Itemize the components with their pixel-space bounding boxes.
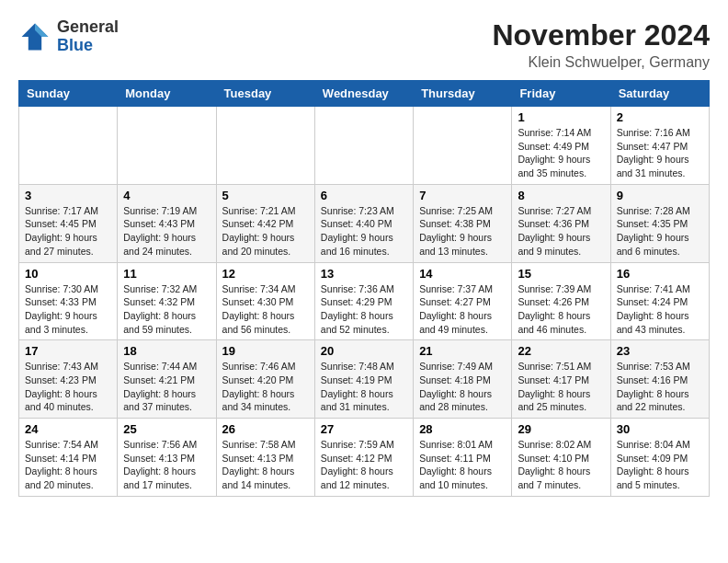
day-number: 4 — [123, 189, 210, 202]
table-row: 30Sunrise: 8:04 AM Sunset: 4:09 PM Dayli… — [610, 419, 709, 497]
table-row: 1Sunrise: 7:14 AM Sunset: 4:49 PM Daylig… — [512, 107, 610, 185]
header-saturday: Saturday — [610, 81, 709, 107]
table-row: 6Sunrise: 7:23 AM Sunset: 4:40 PM Daylig… — [314, 184, 413, 262]
day-number: 14 — [419, 267, 506, 281]
day-number: 13 — [321, 267, 407, 281]
logo: General Blue — [18, 18, 119, 55]
day-detail: Sunrise: 7:17 AM Sunset: 4:45 PM Dayligh… — [25, 204, 111, 259]
table-row: 15Sunrise: 7:39 AM Sunset: 4:26 PM Dayli… — [512, 262, 610, 340]
day-number: 30 — [617, 422, 703, 436]
calendar-header-row: Sunday Monday Tuesday Wednesday Thursday… — [19, 81, 710, 107]
table-row: 7Sunrise: 7:25 AM Sunset: 4:38 PM Daylig… — [414, 184, 512, 262]
day-number: 23 — [617, 344, 703, 358]
day-detail: Sunrise: 8:04 AM Sunset: 4:09 PM Dayligh… — [617, 438, 703, 492]
calendar-week-3: 10Sunrise: 7:30 AM Sunset: 4:33 PM Dayli… — [19, 262, 710, 340]
table-row: 10Sunrise: 7:30 AM Sunset: 4:33 PM Dayli… — [19, 262, 118, 340]
day-detail: Sunrise: 7:28 AM Sunset: 4:35 PM Dayligh… — [617, 204, 703, 259]
day-detail: Sunrise: 7:16 AM Sunset: 4:47 PM Dayligh… — [617, 126, 703, 180]
day-detail: Sunrise: 7:39 AM Sunset: 4:26 PM Dayligh… — [518, 282, 604, 337]
location: Klein Schwuelper, Germany — [492, 54, 710, 71]
table-row: 14Sunrise: 7:37 AM Sunset: 4:27 PM Dayli… — [414, 262, 512, 340]
day-number: 3 — [25, 189, 111, 202]
day-detail: Sunrise: 7:21 AM Sunset: 4:42 PM Dayligh… — [222, 204, 309, 259]
table-row: 3Sunrise: 7:17 AM Sunset: 4:45 PM Daylig… — [19, 184, 118, 262]
day-detail: Sunrise: 7:58 AM Sunset: 4:13 PM Dayligh… — [222, 438, 309, 492]
month-title: November 2024 — [492, 18, 710, 52]
calendar-week-5: 24Sunrise: 7:54 AM Sunset: 4:14 PM Dayli… — [19, 419, 710, 497]
day-detail: Sunrise: 7:37 AM Sunset: 4:27 PM Dayligh… — [419, 282, 506, 337]
header-thursday: Thursday — [414, 81, 512, 107]
table-row: 5Sunrise: 7:21 AM Sunset: 4:42 PM Daylig… — [216, 184, 314, 262]
table-row: 8Sunrise: 7:27 AM Sunset: 4:36 PM Daylig… — [512, 184, 610, 262]
day-number: 24 — [25, 422, 111, 436]
table-row — [118, 107, 216, 185]
day-detail: Sunrise: 7:41 AM Sunset: 4:24 PM Dayligh… — [617, 282, 703, 337]
table-row: 4Sunrise: 7:19 AM Sunset: 4:43 PM Daylig… — [118, 184, 216, 262]
table-row — [314, 107, 413, 185]
table-row: 12Sunrise: 7:34 AM Sunset: 4:30 PM Dayli… — [216, 262, 314, 340]
day-detail: Sunrise: 7:32 AM Sunset: 4:32 PM Dayligh… — [123, 282, 210, 337]
table-row: 24Sunrise: 7:54 AM Sunset: 4:14 PM Dayli… — [19, 419, 118, 497]
day-number: 6 — [321, 189, 407, 202]
table-row: 13Sunrise: 7:36 AM Sunset: 4:29 PM Dayli… — [314, 262, 413, 340]
table-row: 20Sunrise: 7:48 AM Sunset: 4:19 PM Dayli… — [314, 340, 413, 419]
day-detail: Sunrise: 7:51 AM Sunset: 4:17 PM Dayligh… — [518, 360, 604, 414]
header: General Blue November 2024 Klein Schwuel… — [18, 18, 710, 71]
day-detail: Sunrise: 7:23 AM Sunset: 4:40 PM Dayligh… — [321, 204, 407, 259]
day-detail: Sunrise: 7:53 AM Sunset: 4:16 PM Dayligh… — [617, 360, 703, 414]
table-row: 16Sunrise: 7:41 AM Sunset: 4:24 PM Dayli… — [610, 262, 709, 340]
day-number: 29 — [518, 422, 604, 436]
day-number: 19 — [222, 344, 309, 358]
calendar-week-2: 3Sunrise: 7:17 AM Sunset: 4:45 PM Daylig… — [19, 184, 710, 262]
table-row — [19, 107, 118, 185]
calendar-week-1: 1Sunrise: 7:14 AM Sunset: 4:49 PM Daylig… — [19, 107, 710, 185]
day-detail: Sunrise: 7:14 AM Sunset: 4:49 PM Dayligh… — [518, 126, 604, 180]
day-number: 27 — [321, 422, 407, 436]
day-detail: Sunrise: 7:44 AM Sunset: 4:21 PM Dayligh… — [123, 360, 210, 414]
day-number: 21 — [419, 344, 506, 358]
day-number: 20 — [321, 344, 407, 358]
day-number: 7 — [419, 189, 506, 202]
table-row: 9Sunrise: 7:28 AM Sunset: 4:35 PM Daylig… — [610, 184, 709, 262]
day-number: 26 — [222, 422, 309, 436]
day-number: 2 — [617, 110, 703, 124]
day-detail: Sunrise: 7:59 AM Sunset: 4:12 PM Dayligh… — [321, 438, 407, 492]
table-row: 29Sunrise: 8:02 AM Sunset: 4:10 PM Dayli… — [512, 419, 610, 497]
logo-text: General Blue — [57, 18, 119, 55]
table-row: 25Sunrise: 7:56 AM Sunset: 4:13 PM Dayli… — [118, 419, 216, 497]
table-row: 2Sunrise: 7:16 AM Sunset: 4:47 PM Daylig… — [610, 107, 709, 185]
day-number: 17 — [25, 344, 111, 358]
table-row: 22Sunrise: 7:51 AM Sunset: 4:17 PM Dayli… — [512, 340, 610, 419]
header-friday: Friday — [512, 81, 610, 107]
calendar-week-4: 17Sunrise: 7:43 AM Sunset: 4:23 PM Dayli… — [19, 340, 710, 419]
day-number: 5 — [222, 189, 309, 202]
day-number: 22 — [518, 344, 604, 358]
day-detail: Sunrise: 7:27 AM Sunset: 4:36 PM Dayligh… — [518, 204, 604, 259]
day-detail: Sunrise: 7:25 AM Sunset: 4:38 PM Dayligh… — [419, 204, 506, 259]
table-row: 17Sunrise: 7:43 AM Sunset: 4:23 PM Dayli… — [19, 340, 118, 419]
day-detail: Sunrise: 7:30 AM Sunset: 4:33 PM Dayligh… — [25, 282, 111, 337]
day-detail: Sunrise: 7:54 AM Sunset: 4:14 PM Dayligh… — [25, 438, 111, 492]
table-row: 26Sunrise: 7:58 AM Sunset: 4:13 PM Dayli… — [216, 419, 314, 497]
logo-icon — [18, 20, 51, 53]
day-number: 16 — [617, 267, 703, 281]
title-area: November 2024 Klein Schwuelper, Germany — [492, 18, 710, 71]
day-detail: Sunrise: 7:19 AM Sunset: 4:43 PM Dayligh… — [123, 204, 210, 259]
day-number: 15 — [518, 267, 604, 281]
table-row: 19Sunrise: 7:46 AM Sunset: 4:20 PM Dayli… — [216, 340, 314, 419]
day-number: 12 — [222, 267, 309, 281]
day-number: 25 — [123, 422, 210, 436]
day-detail: Sunrise: 7:49 AM Sunset: 4:18 PM Dayligh… — [419, 360, 506, 414]
day-number: 28 — [419, 422, 506, 436]
day-detail: Sunrise: 7:34 AM Sunset: 4:30 PM Dayligh… — [222, 282, 309, 337]
day-detail: Sunrise: 7:48 AM Sunset: 4:19 PM Dayligh… — [321, 360, 407, 414]
day-number: 10 — [25, 267, 111, 281]
day-detail: Sunrise: 7:36 AM Sunset: 4:29 PM Dayligh… — [321, 282, 407, 337]
calendar: Sunday Monday Tuesday Wednesday Thursday… — [18, 80, 710, 497]
table-row: 18Sunrise: 7:44 AM Sunset: 4:21 PM Dayli… — [118, 340, 216, 419]
day-detail: Sunrise: 7:46 AM Sunset: 4:20 PM Dayligh… — [222, 360, 309, 414]
table-row: 21Sunrise: 7:49 AM Sunset: 4:18 PM Dayli… — [414, 340, 512, 419]
day-detail: Sunrise: 7:56 AM Sunset: 4:13 PM Dayligh… — [123, 438, 210, 492]
header-wednesday: Wednesday — [314, 81, 413, 107]
day-detail: Sunrise: 8:01 AM Sunset: 4:11 PM Dayligh… — [419, 438, 506, 492]
